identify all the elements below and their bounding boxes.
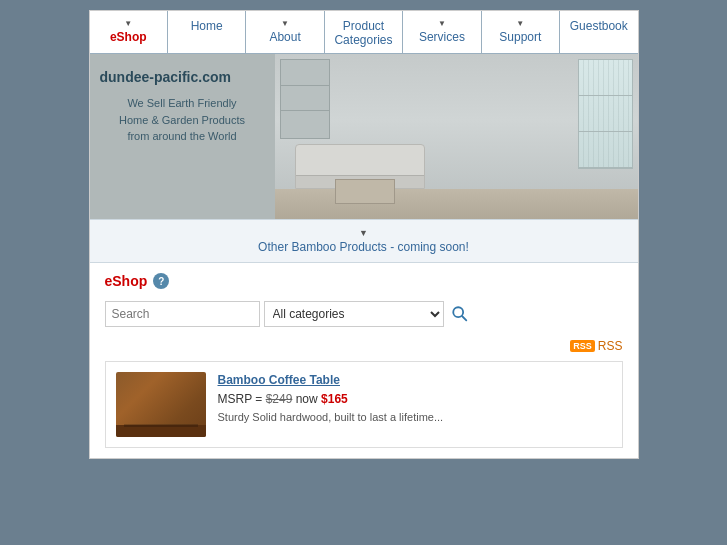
nav-arrow-eshop: ▼ [94,19,163,28]
nav-label-services: Services [419,30,465,44]
nav-label-eshop: eShop [110,30,147,44]
bamboo-arrow: ▼ [98,228,630,238]
product-title-link[interactable]: Bamboo Coffee Table [218,373,340,387]
product-current-price: $165 [321,392,348,406]
search-icon [451,305,469,323]
room-cabinet-shelf-1 [281,85,329,86]
product-description: Sturdy Solid hardwood, built to last a l… [218,410,612,425]
nav-item-services[interactable]: ▼ Services [403,11,481,53]
search-bar: All categories Furniture Garden Home Kit… [105,301,623,327]
nav-item-home[interactable]: Home [168,11,246,53]
nav-item-eshop[interactable]: ▼ eShop [90,11,168,53]
nav-label-product-categories: ProductCategories [334,19,392,47]
product-now-label: now [296,392,318,406]
hero-tagline-2: Home & Garden Products [119,114,245,126]
content-area: eShop ? All categories Furniture Garden … [90,263,638,458]
product-msrp-label: MSRP = [218,392,266,406]
nav-item-product-categories[interactable]: ProductCategories [325,11,403,53]
rss-row: RSS RSS [105,337,623,353]
nav-label-home: Home [191,19,223,33]
section-title: eShop [105,273,148,289]
hero-tagline-1: We Sell Earth Friendly [127,97,236,109]
nav-arrow-support: ▼ [486,19,555,28]
nav-item-about[interactable]: ▼ About [246,11,324,53]
bamboo-banner: ▼ Other Bamboo Products - coming soon! [90,219,638,263]
hero-image [275,54,638,219]
room-coffee-table [335,179,395,204]
product-info: Bamboo Coffee Table MSRP = $249 now $165… [218,372,612,437]
hero-site-name: dundee-pacific.com [100,69,265,85]
room-window [578,59,633,169]
nav-item-guestbook[interactable]: Guestbook [560,11,637,53]
search-input[interactable] [105,301,260,327]
nav-bar: ▼ eShop Home ▼ About ProductCategories ▼… [90,11,638,54]
room-cabinet [280,59,330,139]
room-cabinet-shelf-2 [281,110,329,111]
product-card: Bamboo Coffee Table MSRP = $249 now $165… [105,361,623,448]
room-floor [275,189,638,219]
svg-line-1 [462,316,466,320]
room-window-pane-2 [579,96,632,132]
category-select[interactable]: All categories Furniture Garden Home Kit… [264,301,444,327]
nav-arrow-about: ▼ [250,19,319,28]
nav-item-support[interactable]: ▼ Support [482,11,560,53]
nav-arrow-services: ▼ [407,19,476,28]
room-window-pane-1 [579,60,632,96]
hero-text: dundee-pacific.com We Sell Earth Friendl… [90,54,275,219]
rss-text: RSS [598,339,623,353]
nav-label-about: About [269,30,300,44]
rss-link[interactable]: RSS RSS [570,339,622,353]
hero-banner: dundee-pacific.com We Sell Earth Friendl… [90,54,638,219]
product-original-price: $249 [266,392,293,406]
bamboo-link[interactable]: Other Bamboo Products - coming soon! [258,240,469,254]
product-price-row: MSRP = $249 now $165 [218,392,612,406]
product-image [116,372,206,437]
search-button[interactable] [448,302,472,326]
page-wrapper: ▼ eShop Home ▼ About ProductCategories ▼… [89,10,639,459]
nav-label-guestbook: Guestbook [570,19,628,33]
room-window-pane-3 [579,132,632,168]
rss-badge: RSS [570,340,595,352]
nav-label-support: Support [499,30,541,44]
help-icon[interactable]: ? [153,273,169,289]
hero-tagline-3: from around the World [127,130,236,142]
section-header: eShop ? [105,273,623,289]
